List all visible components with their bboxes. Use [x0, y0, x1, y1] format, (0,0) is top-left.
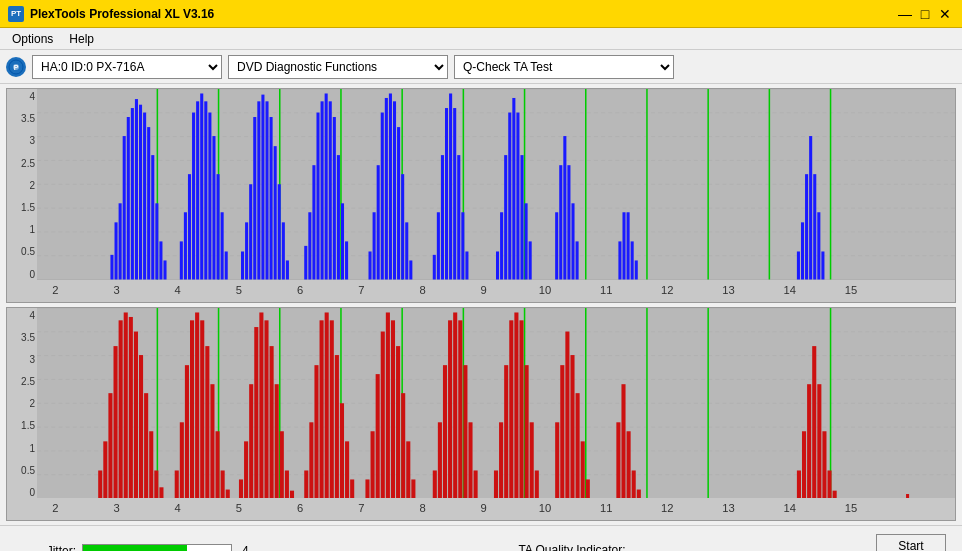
- svg-rect-115: [805, 174, 808, 279]
- svg-text:13: 13: [722, 284, 734, 296]
- svg-rect-71: [341, 203, 344, 279]
- svg-rect-226: [535, 470, 539, 498]
- svg-rect-30: [135, 99, 138, 279]
- svg-text:3: 3: [113, 502, 119, 514]
- svg-rect-117: [813, 174, 816, 279]
- svg-rect-31: [139, 105, 142, 280]
- svg-rect-238: [637, 489, 641, 498]
- svg-rect-75: [377, 165, 380, 279]
- svg-rect-87: [445, 108, 448, 279]
- svg-rect-61: [286, 260, 289, 279]
- svg-rect-204: [391, 320, 395, 498]
- svg-rect-78: [389, 93, 392, 279]
- svg-rect-188: [290, 490, 294, 498]
- svg-rect-210: [438, 422, 442, 498]
- svg-rect-58: [274, 146, 277, 279]
- svg-rect-86: [441, 155, 444, 279]
- svg-rect-66: [321, 101, 324, 279]
- svg-rect-85: [437, 212, 440, 279]
- svg-rect-182: [259, 312, 263, 498]
- svg-rect-76: [381, 113, 384, 280]
- maximize-button[interactable]: □: [916, 5, 934, 23]
- svg-rect-181: [254, 327, 258, 498]
- svg-rect-155: [103, 441, 107, 498]
- svg-rect-177: [226, 489, 230, 498]
- svg-rect-92: [465, 251, 468, 279]
- svg-rect-77: [385, 98, 388, 280]
- svg-rect-233: [586, 479, 590, 498]
- svg-text:P: P: [14, 64, 19, 71]
- svg-rect-194: [330, 320, 334, 498]
- menu-options[interactable]: Options: [4, 30, 61, 48]
- svg-rect-106: [571, 203, 574, 279]
- svg-rect-167: [175, 470, 179, 498]
- svg-text:7: 7: [358, 284, 364, 296]
- svg-text:10: 10: [539, 502, 551, 514]
- svg-text:5: 5: [236, 284, 242, 296]
- svg-rect-32: [143, 113, 146, 280]
- svg-rect-225: [530, 422, 534, 498]
- svg-rect-41: [192, 113, 195, 280]
- svg-rect-184: [270, 346, 274, 498]
- main-area: 4 3.5 3 2.5 2 1.5 1 0.5 0: [0, 84, 962, 525]
- svg-text:11: 11: [600, 284, 612, 296]
- svg-rect-62: [304, 246, 307, 280]
- svg-rect-42: [196, 101, 199, 279]
- svg-rect-44: [204, 101, 207, 279]
- menu-help[interactable]: Help: [61, 30, 102, 48]
- svg-rect-229: [565, 331, 569, 498]
- svg-rect-157: [114, 346, 118, 498]
- svg-rect-179: [244, 441, 248, 498]
- svg-rect-116: [809, 136, 812, 279]
- svg-rect-240: [802, 431, 806, 498]
- svg-rect-111: [631, 241, 634, 279]
- svg-rect-38: [180, 241, 183, 279]
- jitter-progress: [82, 544, 232, 552]
- bottom-chart-y-axis: 4 3.5 3 2.5 2 1.5 1 0.5 0: [7, 308, 37, 499]
- svg-text:8: 8: [419, 284, 425, 296]
- start-button[interactable]: Start: [876, 534, 946, 552]
- svg-rect-243: [817, 384, 821, 498]
- svg-rect-100: [525, 203, 528, 279]
- svg-rect-207: [406, 441, 410, 498]
- svg-rect-201: [376, 374, 380, 498]
- svg-rect-186: [280, 431, 284, 498]
- svg-rect-172: [200, 320, 204, 498]
- svg-rect-237: [632, 470, 636, 498]
- function-selector[interactable]: DVD Diagnostic Functions: [228, 55, 448, 79]
- svg-rect-49: [225, 251, 228, 279]
- close-button[interactable]: ✕: [936, 5, 954, 23]
- svg-rect-64: [312, 165, 315, 279]
- svg-rect-29: [131, 108, 134, 279]
- svg-rect-69: [333, 117, 336, 279]
- svg-rect-99: [520, 155, 523, 279]
- svg-rect-162: [139, 355, 143, 498]
- svg-rect-59: [278, 184, 281, 279]
- svg-rect-230: [570, 355, 574, 498]
- svg-rect-95: [504, 155, 507, 279]
- ta-quality-label: TA Quality Indicator:: [518, 543, 625, 552]
- title-bar: PT PlexTools Professional XL V3.16 — □ ✕: [0, 0, 962, 28]
- svg-rect-183: [264, 320, 268, 498]
- svg-rect-160: [129, 316, 133, 498]
- test-selector[interactable]: Q-Check TA Test: [454, 55, 674, 79]
- svg-text:6: 6: [297, 502, 303, 514]
- svg-rect-205: [396, 346, 400, 498]
- svg-rect-214: [458, 320, 462, 498]
- drive-selector[interactable]: HA:0 ID:0 PX-716A: [32, 55, 222, 79]
- svg-text:4: 4: [175, 502, 181, 514]
- svg-rect-213: [453, 312, 457, 498]
- window-controls: — □ ✕: [896, 5, 954, 23]
- svg-rect-96: [508, 113, 511, 280]
- jitter-label: Jitter:: [8, 544, 76, 552]
- svg-rect-68: [329, 101, 332, 279]
- svg-rect-224: [525, 365, 529, 498]
- svg-rect-50: [241, 251, 244, 279]
- svg-rect-46: [212, 136, 215, 279]
- svg-rect-246: [833, 490, 837, 498]
- jitter-row: Jitter: 4: [8, 544, 268, 552]
- svg-rect-178: [239, 479, 243, 498]
- svg-rect-236: [627, 431, 631, 498]
- svg-rect-40: [188, 174, 191, 279]
- minimize-button[interactable]: —: [896, 5, 914, 23]
